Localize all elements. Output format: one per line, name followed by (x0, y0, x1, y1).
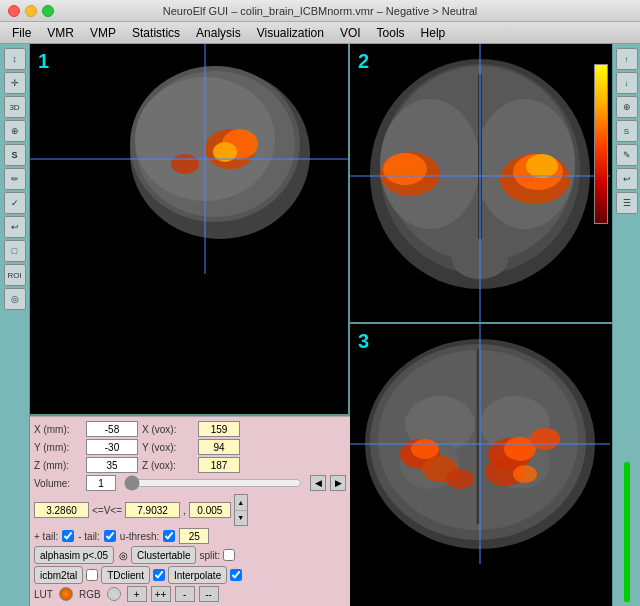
brightness-plus-button[interactable]: + (127, 586, 147, 602)
menu-tools[interactable]: Tools (369, 24, 413, 42)
minimize-button[interactable] (25, 5, 37, 17)
x-mm-input[interactable] (86, 421, 138, 437)
menu-help[interactable]: Help (413, 24, 454, 42)
clustertable-button[interactable]: Clustertable (131, 546, 196, 564)
icbm2tal-row: icbm2tal TDclient Interpolate (34, 566, 346, 584)
y-mm-input[interactable] (86, 439, 138, 455)
brain-svg-1 (30, 44, 348, 274)
rt-tool-6[interactable]: ↩ (616, 168, 638, 190)
uthresh-value-input[interactable] (179, 528, 209, 544)
tdclient-checkbox[interactable] (153, 569, 165, 581)
uthresh-checkbox[interactable] (163, 530, 175, 542)
menu-visualization[interactable]: Visualization (249, 24, 332, 42)
view1-label: 1 (38, 50, 49, 73)
lut-radio-selected[interactable] (59, 587, 73, 601)
y-mm-label: Y (mm): (34, 442, 82, 453)
menu-vmr[interactable]: VMR (39, 24, 82, 42)
tool-rect[interactable]: □ (4, 240, 26, 262)
rt-tool-5[interactable]: ✎ (616, 144, 638, 166)
tool-pencil[interactable]: ✏ (4, 168, 26, 190)
left-column: 1 (30, 44, 350, 606)
svg-point-39 (513, 465, 537, 483)
volume-slider[interactable] (124, 477, 302, 489)
menu-vmp[interactable]: VMP (82, 24, 124, 42)
spinner-up[interactable]: ▲ (235, 495, 247, 511)
progress-indicator (624, 462, 630, 602)
menu-analysis[interactable]: Analysis (188, 24, 249, 42)
menu-statistics[interactable]: Statistics (124, 24, 188, 42)
threshold-between-label: <=V<= (92, 505, 122, 516)
view2-label: 2 (358, 50, 369, 73)
split-label: split: (199, 550, 220, 561)
tdclient-button[interactable]: TDclient (101, 566, 150, 584)
volume-row: Volume: ◀ ▶ (34, 475, 346, 491)
tool-s[interactable]: S (4, 144, 26, 166)
tails-row: + tail: - tail: u-thresh: (34, 528, 346, 544)
tool-roi[interactable]: ROI (4, 264, 26, 286)
rt-tool-2[interactable]: ↓ (616, 72, 638, 94)
threshold-spinner[interactable]: ▲ ▼ (234, 494, 248, 526)
prev-volume-button[interactable]: ◀ (310, 475, 326, 491)
tool-target[interactable]: ◎ (4, 288, 26, 310)
brain-svg-3 (350, 324, 610, 564)
close-button[interactable] (8, 5, 20, 17)
alphasim-button[interactable]: alphasim p<.05 (34, 546, 114, 564)
tool-undo[interactable]: ↩ (4, 216, 26, 238)
view1-sagittal[interactable]: 1 (30, 44, 348, 416)
neg-tail-checkbox[interactable] (104, 530, 116, 542)
lut-label: LUT (34, 589, 53, 600)
tool-arrow[interactable]: ↕ (4, 48, 26, 70)
view3-axial[interactable]: 3 (350, 324, 612, 606)
z-vox-label: Z (vox): (142, 460, 194, 471)
center-area: 1 (30, 44, 612, 606)
svg-point-17 (383, 153, 427, 185)
svg-point-7 (171, 154, 199, 174)
interpolate-button[interactable]: Interpolate (168, 566, 227, 584)
icbm2tal-button[interactable]: icbm2tal (34, 566, 83, 584)
tool-cross[interactable]: ✛ (4, 72, 26, 94)
colorbar (594, 64, 608, 264)
y-vox-input[interactable] (198, 439, 240, 455)
titlebar: NeuroElf GUI – colin_brain_ICBMnorm.vmr … (0, 0, 640, 22)
maximize-button[interactable] (42, 5, 54, 17)
split-checkbox[interactable] (223, 549, 235, 561)
volume-input[interactable] (86, 475, 116, 491)
brightness-minusminus-button[interactable]: -- (199, 586, 219, 602)
z-mm-input[interactable] (86, 457, 138, 473)
threshold-comma: , (183, 505, 186, 516)
brightness-minus-button[interactable]: - (175, 586, 195, 602)
x-coord-row: X (mm): X (vox): (34, 421, 346, 437)
rt-tool-3[interactable]: ⊕ (616, 96, 638, 118)
menu-file[interactable]: File (4, 24, 39, 42)
threshold-upper-input[interactable] (125, 502, 180, 518)
brightness-plusplus-button[interactable]: ++ (151, 586, 171, 602)
z-mm-label: Z (mm): (34, 460, 82, 471)
rt-tool-4[interactable]: S (616, 120, 638, 142)
right-toolbar: ↑ ↓ ⊕ S ✎ ↩ ☰ (612, 44, 640, 606)
menu-voi[interactable]: VOI (332, 24, 369, 42)
brain-views: 1 (30, 44, 612, 606)
rt-tool-7[interactable]: ☰ (616, 192, 638, 214)
svg-point-40 (446, 469, 474, 489)
z-coord-row: Z (mm): Z (vox): (34, 457, 346, 473)
view3-label: 3 (358, 330, 369, 353)
svg-point-20 (526, 154, 558, 178)
next-volume-button[interactable]: ▶ (330, 475, 346, 491)
interpolate-checkbox[interactable] (230, 569, 242, 581)
z-vox-input[interactable] (198, 457, 240, 473)
window-title: NeuroElf GUI – colin_brain_ICBMnorm.vmr … (163, 5, 478, 17)
tool-check[interactable]: ✓ (4, 192, 26, 214)
threshold-lower-input[interactable] (34, 502, 89, 518)
volume-label: Volume: (34, 478, 82, 489)
pos-tail-checkbox[interactable] (62, 530, 74, 542)
x-vox-input[interactable] (198, 421, 240, 437)
view2-coronal[interactable]: 2 (350, 44, 612, 324)
rt-tool-1[interactable]: ↑ (616, 48, 638, 70)
spinner-down[interactable]: ▼ (235, 511, 247, 526)
controls-panel: X (mm): X (vox): Y (mm): Y (vox): (30, 416, 350, 606)
threshold-pval-input[interactable] (189, 502, 231, 518)
tool-circle[interactable]: ⊕ (4, 120, 26, 142)
rgb-radio[interactable] (107, 587, 121, 601)
icbm2tal-checkbox[interactable] (86, 569, 98, 581)
tool-3d[interactable]: 3D (4, 96, 26, 118)
